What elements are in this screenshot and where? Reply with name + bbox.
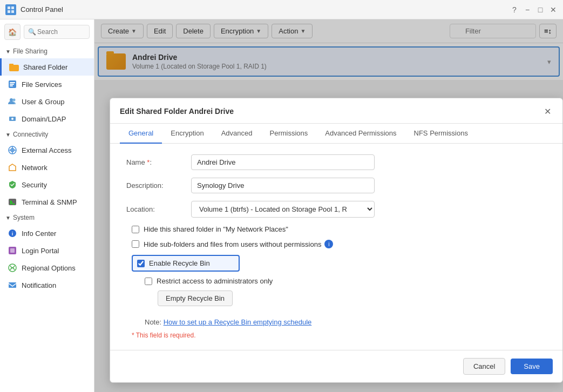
- form-row-name: Name *:: [126, 154, 546, 170]
- main-layout: 🏠 🔍 ▼ File Sharing Shared Folder File Se…: [0, 19, 563, 392]
- titlebar-left: Control Panel: [5, 4, 63, 15]
- sidebar-item-label: Regional Options: [22, 264, 76, 272]
- sidebar-item-security[interactable]: Security: [0, 176, 94, 193]
- dialog-overlay: Edit Shared Folder Andrei Drive ✕ Genera…: [94, 19, 563, 392]
- location-select[interactable]: Volume 1 (btrfs) - Located on Storage Po…: [191, 201, 375, 218]
- tab-permissions[interactable]: Permissions: [261, 124, 317, 144]
- tab-advanced-permissions[interactable]: Advanced Permissions: [316, 124, 405, 144]
- sidebar-item-label: Login Portal: [22, 247, 59, 255]
- search-icon: 🔍: [28, 28, 36, 36]
- tab-general[interactable]: General: [120, 124, 162, 144]
- dialog-tabs: General Encryption Advanced Permissions …: [110, 124, 562, 144]
- dialog-header: Edit Shared Folder Andrei Drive ✕: [110, 98, 562, 124]
- sidebar-item-external-access[interactable]: External Access: [0, 141, 94, 159]
- info-center-icon: i: [8, 228, 17, 238]
- terminal-icon: [8, 197, 17, 207]
- sidebar-item-label: Info Center: [22, 229, 56, 238]
- restrict-admin-checkbox[interactable]: [145, 278, 152, 285]
- cancel-button[interactable]: Cancel: [463, 358, 505, 375]
- maximize-button[interactable]: □: [536, 5, 545, 14]
- app-icon: [5, 4, 16, 15]
- dialog-footer: Cancel Save: [110, 350, 562, 382]
- location-label: Location:: [126, 205, 191, 213]
- note-prefix: Note:: [145, 318, 164, 326]
- hide-network-checkbox[interactable]: [132, 226, 139, 233]
- network-icon: [8, 163, 17, 172]
- checkbox-hide-subfolders: Hide sub-folders and files from users wi…: [126, 240, 546, 248]
- section-label: File Sharing: [13, 48, 48, 55]
- checkbox-hide-network: Hide this shared folder in "My Network P…: [126, 225, 546, 233]
- home-icon: 🏠: [8, 28, 17, 36]
- svg-rect-8: [10, 84, 14, 85]
- hide-network-label[interactable]: Hide this shared folder in "My Network P…: [144, 225, 288, 233]
- sidebar-item-label: External Access: [22, 146, 72, 154]
- file-services-icon: [8, 79, 17, 89]
- content-wrapper: Create ▼ Edit Delete Encryption ▼ Action…: [94, 19, 563, 392]
- tab-nfs-permissions[interactable]: NFS Permissions: [405, 124, 477, 144]
- edit-dialog: Edit Shared Folder Andrei Drive ✕ Genera…: [110, 98, 563, 383]
- sidebar-item-domain-ldap[interactable]: Domain/LDAP: [0, 110, 94, 127]
- sidebar-item-login-portal[interactable]: Login Portal: [0, 242, 94, 259]
- domain-icon: [8, 114, 17, 124]
- section-system[interactable]: ▼ System: [0, 211, 94, 225]
- dialog-close-button[interactable]: ✕: [542, 106, 553, 117]
- tab-encryption[interactable]: Encryption: [162, 124, 212, 144]
- save-button[interactable]: Save: [511, 359, 553, 374]
- section-connectivity[interactable]: ▼ Connectivity: [0, 127, 94, 141]
- help-button[interactable]: ?: [510, 5, 519, 14]
- svg-rect-3: [11, 10, 14, 13]
- sidebar-item-user-group[interactable]: User & Group: [0, 93, 94, 110]
- close-button[interactable]: ✕: [549, 5, 558, 14]
- svg-point-13: [11, 118, 13, 120]
- sidebar-item-file-services[interactable]: File Services: [0, 76, 94, 93]
- sidebar-item-terminal-snmp[interactable]: Terminal & SNMP: [0, 193, 94, 211]
- sidebar-item-label: Security: [22, 181, 47, 189]
- empty-recycle-bin-button[interactable]: Empty Recycle Bin: [158, 290, 233, 306]
- sidebar-item-label: File Services: [22, 80, 62, 89]
- sidebar-item-label: Shared Folder: [23, 63, 67, 71]
- svg-point-11: [13, 99, 16, 102]
- description-input[interactable]: [191, 178, 375, 193]
- section-label: Connectivity: [13, 131, 48, 138]
- login-portal-icon: [8, 246, 17, 255]
- section-file-sharing[interactable]: ▼ File Sharing: [0, 44, 94, 58]
- description-label: Description:: [126, 181, 191, 190]
- enable-recycle-label[interactable]: Enable Recycle Bin: [149, 259, 210, 267]
- name-input[interactable]: [191, 154, 375, 170]
- home-button[interactable]: 🏠: [4, 24, 21, 40]
- chevron-icon: ▼: [5, 215, 11, 221]
- notification-icon: [8, 280, 17, 290]
- enable-recycle-bin-row: Enable Recycle Bin: [132, 255, 240, 272]
- enable-recycle-checkbox[interactable]: [137, 260, 145, 267]
- dialog-body: Name *: Description:: [110, 144, 562, 350]
- svg-rect-25: [9, 282, 16, 288]
- hide-subfolders-checkbox[interactable]: [132, 240, 139, 248]
- svg-rect-1: [11, 6, 14, 9]
- sidebar-item-info-center[interactable]: i Info Center: [0, 225, 94, 242]
- shared-folder-icon: [9, 62, 19, 72]
- recycle-bin-schedule-link[interactable]: How to set up a Recycle Bin emptying sch…: [164, 318, 312, 326]
- sidebar-item-label: Network: [22, 164, 48, 172]
- restrict-admin-label[interactable]: Restrict access to administrators only: [157, 277, 273, 285]
- tab-advanced[interactable]: Advanced: [213, 124, 261, 144]
- titlebar: Control Panel ? − □ ✕: [0, 0, 563, 19]
- window-controls: ? − □ ✕: [510, 5, 558, 14]
- sidebar-item-notification[interactable]: Notification: [0, 276, 94, 294]
- external-access-icon: [8, 145, 17, 155]
- form-row-location: Location: Volume 1 (btrfs) - Located on …: [126, 201, 546, 218]
- form-row-description: Description:: [126, 178, 546, 193]
- sidebar-item-regional-options[interactable]: Regional Options: [0, 259, 94, 276]
- svg-rect-23: [10, 248, 15, 253]
- chevron-icon: ▼: [5, 49, 11, 55]
- svg-rect-5: [9, 64, 13, 66]
- minimize-button[interactable]: −: [523, 5, 532, 14]
- sidebar-item-network[interactable]: Network: [0, 159, 94, 176]
- sidebar-item-shared-folder[interactable]: Shared Folder: [0, 58, 94, 76]
- hide-subfolders-info-icon[interactable]: i: [324, 240, 333, 248]
- chevron-icon: ▼: [5, 132, 11, 138]
- hide-subfolders-label[interactable]: Hide sub-folders and files from users wi…: [144, 240, 321, 248]
- required-note: * This field is required.: [126, 332, 546, 339]
- user-group-icon: [8, 97, 17, 106]
- sidebar: 🏠 🔍 ▼ File Sharing Shared Folder File Se…: [0, 19, 94, 392]
- app-title: Control Panel: [21, 5, 63, 13]
